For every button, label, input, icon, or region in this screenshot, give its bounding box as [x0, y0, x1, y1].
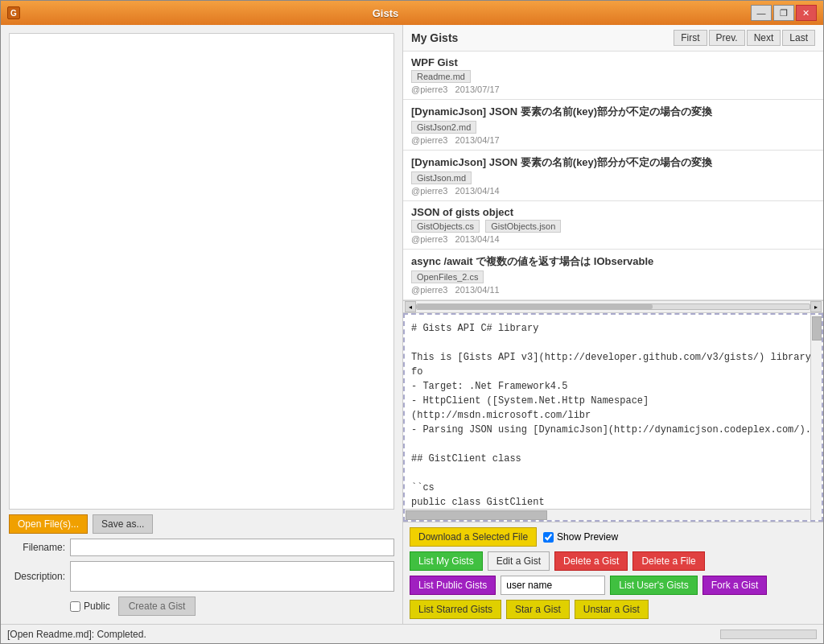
app-icon: G	[7, 6, 20, 19]
prev-button[interactable]: Prev.	[709, 30, 745, 46]
gist-meta: @pierre3 2013/04/14	[411, 186, 815, 196]
next-button[interactable]: Next	[747, 30, 781, 46]
description-label: Description:	[9, 571, 65, 582]
username-input[interactable]	[501, 576, 605, 595]
list-item[interactable]: [DynamicJson] JSON 要素の名前(key)部分が不定の場合の変換…	[403, 100, 823, 151]
gist-user: @pierre3	[411, 234, 447, 244]
gist-file: Readme.md	[411, 70, 471, 83]
list-my-gists-button[interactable]: List My Gists	[410, 551, 483, 571]
code-vertical-scrollbar[interactable]	[810, 315, 822, 520]
edit-gist-button[interactable]: Edit a Gist	[488, 551, 550, 571]
gist-actions-row2: List Public Gists List User's Gists Fork…	[410, 576, 817, 595]
download-row: Download a Selected File Show Preview	[410, 527, 817, 547]
main-window: G Gists — ❐ ✕ Open File(s)... Save as...…	[0, 0, 824, 644]
gist-list-title: My Gists	[411, 31, 458, 44]
code-line: ## GistClient class	[411, 452, 815, 466]
gist-file: GistJson2.md	[411, 121, 476, 134]
code-line: ``cs	[411, 481, 815, 495]
last-button[interactable]: Last	[782, 30, 815, 46]
close-button[interactable]: ✕	[796, 5, 817, 21]
list-public-gists-button[interactable]: List Public Gists	[410, 576, 496, 595]
delete-gist-button[interactable]: Delete a Gist	[554, 551, 628, 571]
list-horizontal-scrollbar[interactable]: ◂ ▸	[403, 300, 823, 313]
gist-title: [DynamicJson] JSON 要素の名前(key)部分が不定の場合の変換	[411, 105, 815, 119]
save-as-button[interactable]: Save as...	[93, 514, 153, 534]
show-preview-text: Show Preview	[557, 531, 618, 543]
list-item[interactable]: async /await で複数の値を返す場合は IObservable Ope…	[403, 250, 823, 300]
right-panel: My Gists First Prev. Next Last WPF Gist …	[403, 25, 823, 624]
gist-list: WPF Gist Readme.md @pierre3 2013/07/17 […	[403, 52, 823, 300]
gist-meta: @pierre3 2013/04/17	[411, 135, 815, 145]
minimize-button[interactable]: —	[751, 5, 772, 21]
open-files-button[interactable]: Open File(s)...	[9, 514, 88, 534]
delete-file-button[interactable]: Delete a File	[632, 551, 704, 571]
code-hscroll-thumb[interactable]	[406, 510, 547, 520]
description-input[interactable]	[70, 561, 394, 592]
status-message: [Open Readme.md]: Completed.	[7, 629, 146, 640]
gist-user: @pierre3	[411, 285, 447, 295]
gist-title: WPF Gist	[411, 56, 815, 68]
status-bar: [Open Readme.md]: Completed.	[1, 624, 823, 643]
unstar-gist-button[interactable]: Unstar a Gist	[575, 600, 649, 619]
code-line	[411, 336, 815, 350]
filename-row: Filename:	[9, 539, 394, 556]
gist-title: [DynamicJson] JSON 要素の名前(key)部分が不定の場合の変換	[411, 155, 815, 170]
gist-date: 2013/04/14	[455, 186, 500, 196]
code-horizontal-scrollbar[interactable]	[405, 509, 810, 520]
gist-title: async /await で複数の値を返す場合は IObservable	[411, 254, 815, 269]
gist-actions-row1: List My Gists Edit a Gist Delete a Gist …	[410, 551, 817, 571]
first-button[interactable]: First	[674, 30, 707, 46]
code-content: # Gists API C# library This is [Gists AP…	[405, 315, 822, 520]
star-gist-button[interactable]: Star a Gist	[506, 600, 570, 619]
list-users-gists-button[interactable]: List User's Gists	[610, 576, 697, 595]
public-label: Public	[84, 601, 110, 612]
nav-buttons: First Prev. Next Last	[674, 30, 815, 46]
code-line	[411, 437, 815, 452]
list-starred-gists-button[interactable]: List Starred Gists	[410, 600, 501, 619]
code-line: public class GistClient	[411, 495, 815, 510]
code-line: - Parsing JSON using [DynamicJson](http:…	[411, 423, 815, 437]
code-preview-area: # Gists API C# library This is [Gists AP…	[403, 313, 823, 522]
gist-file: GistObjects.cs	[411, 220, 480, 233]
create-gist-button[interactable]: Create a Gist	[118, 597, 196, 616]
window-title: Gists	[373, 7, 399, 19]
code-line: - HttpClient ([System.Net.Http Namespace…	[411, 394, 815, 423]
code-line: This is [Gists API v3](http://developer.…	[411, 350, 815, 379]
public-checkbox-label: Public	[70, 601, 110, 612]
gist-date: 2013/07/17	[455, 85, 500, 94]
scroll-thumb[interactable]	[417, 304, 653, 309]
show-preview-checkbox[interactable]	[543, 532, 554, 543]
gist-user: @pierre3	[411, 186, 447, 196]
main-content: Open File(s)... Save as... Filename: Des…	[1, 25, 823, 624]
scroll-track[interactable]	[416, 303, 810, 310]
status-scrollbar[interactable]	[720, 630, 817, 639]
left-panel: Open File(s)... Save as... Filename: Des…	[1, 25, 403, 624]
fork-gist-button[interactable]: Fork a Gist	[702, 576, 768, 595]
gist-date: 2013/04/11	[455, 285, 500, 295]
window-controls: — ❐ ✕	[751, 5, 817, 21]
code-line	[411, 466, 815, 481]
code-hscroll-track[interactable]	[405, 510, 810, 520]
titlebar: G Gists — ❐ ✕	[1, 1, 823, 25]
code-scroll-thumb[interactable]	[812, 316, 822, 341]
gist-meta: @pierre3 2013/04/11	[411, 285, 815, 295]
public-checkbox[interactable]	[70, 601, 80, 612]
gist-file: GistJson.md	[411, 171, 472, 184]
description-row: Description:	[9, 561, 394, 592]
gist-date: 2013/04/17	[455, 135, 500, 145]
filename-input[interactable]	[70, 539, 394, 556]
list-item[interactable]: JSON of gists object GistObjects.cs Gist…	[403, 201, 823, 250]
download-selected-button[interactable]: Download a Selected File	[410, 527, 537, 547]
gist-user: @pierre3	[411, 85, 447, 94]
scroll-left-arrow[interactable]: ◂	[405, 301, 416, 312]
scroll-right-arrow[interactable]: ▸	[810, 301, 822, 312]
file-preview-area	[9, 33, 394, 510]
show-preview-label: Show Preview	[543, 531, 618, 543]
gist-date: 2013/04/14	[455, 234, 500, 244]
gist-list-header: My Gists First Prev. Next Last	[403, 25, 823, 52]
list-item[interactable]: [DynamicJson] JSON 要素の名前(key)部分が不定の場合の変換…	[403, 151, 823, 201]
code-line: # Gists API C# library	[411, 321, 815, 336]
list-item[interactable]: WPF Gist Readme.md @pierre3 2013/07/17	[403, 52, 823, 100]
bottom-toolbar: Download a Selected File Show Preview Li…	[403, 522, 823, 624]
restore-button[interactable]: ❐	[773, 5, 794, 21]
